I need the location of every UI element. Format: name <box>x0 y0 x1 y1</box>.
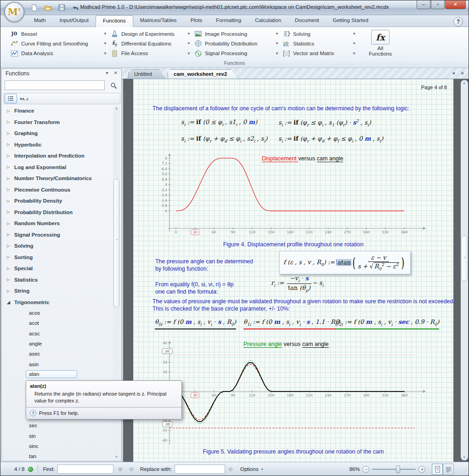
expand-icon[interactable]: ▷ <box>7 142 14 147</box>
ribbon-item-statistics[interactable]: Statistics▼ <box>282 39 359 48</box>
tab-untitled[interactable]: Untitled <box>128 69 166 79</box>
expand-icon[interactable]: ▷ <box>7 255 14 259</box>
chevron-down-icon[interactable]: ▼ <box>101 41 110 45</box>
math-region-eq4[interactable]: si := if (φr + φd + φf ≤ φi , 0 m , si) <box>278 135 383 143</box>
tab-cam-worksheet-rev2[interactable]: cam_worksheet_rev2 <box>168 69 237 79</box>
doc-scroll-up-icon[interactable]: ▲ <box>461 81 468 85</box>
doc-scroll-down-icon[interactable]: ▼ <box>461 455 468 459</box>
chevron-down-icon[interactable]: ▼ <box>272 51 282 56</box>
close-button[interactable]: × <box>445 0 466 9</box>
ribbon-tab-functions[interactable]: Functions <box>96 15 133 27</box>
expand-icon[interactable]: ▷ <box>7 131 14 136</box>
function-item-angle[interactable]: angle <box>2 339 113 349</box>
ribbon-item-file-access[interactable]: File Access▼ <box>110 49 193 58</box>
math-region-theta2[interactable]: θ2i := f (0 m , si , vi · sec , 0.9 · R0… <box>335 318 439 329</box>
maximize-button[interactable]: ▫ <box>431 0 445 9</box>
document-scrollbar[interactable]: ▲ ≡ ▼ <box>461 80 468 460</box>
sidebar-item-interpolation-and-prediction[interactable]: ▷Interpolation and Prediction <box>2 150 113 162</box>
sidebar-item-piecewise-continuous[interactable]: ▷Piecewise Continuous <box>2 184 113 196</box>
find-input[interactable] <box>57 465 113 474</box>
ribbon-item-bessel[interactable]: J0Bessel▼ <box>10 29 110 39</box>
chevron-down-icon[interactable]: ▼ <box>350 41 359 45</box>
function-item-asin[interactable]: asin <box>2 359 113 369</box>
resize-grip[interactable]: ∙ ∙∙ ∙ ∙ <box>458 467 467 471</box>
math-region-theta0[interactable]: θ0i := f (0 m , si , vi · s , R0) <box>155 318 236 329</box>
replace-icon[interactable] <box>227 465 235 473</box>
ribbon-tab-calculation[interactable]: Calculation <box>248 15 288 27</box>
sidebar-item-probability-density[interactable]: ▷Probability Density <box>2 195 113 207</box>
scroll-up-icon[interactable]: ▲ <box>113 106 120 110</box>
function-item-sin[interactable]: sin <box>2 431 113 441</box>
panel-scrollbar-thumb[interactable]: ≡ <box>113 179 119 307</box>
chevron-down-icon[interactable]: ▼ <box>272 41 282 45</box>
ribbon-item-curve-fitting-and-smoothing[interactable]: Curve Fitting and Smoothing▼ <box>10 39 110 48</box>
zoom-in-button[interactable]: + <box>418 466 425 473</box>
panel-chevron-down-icon[interactable]: ▾ <box>106 70 108 75</box>
ribbon-item-data-analysis[interactable]: Data Analysis▼ <box>10 49 110 58</box>
ribbon-item-differential-equations[interactable]: ẍẏDifferential Equations▼ <box>110 39 193 48</box>
zoom-slider-thumb[interactable] <box>396 465 400 473</box>
ribbon-tab-formatting[interactable]: Formatting <box>209 15 248 27</box>
sidebar-item-probability-distribution[interactable]: ▷Probability Distribution <box>2 207 113 218</box>
all-functions-button[interactable]: fxAllFunctions <box>365 29 396 60</box>
expand-icon[interactable]: ▷ <box>7 278 14 282</box>
draft-view-button[interactable] <box>443 464 454 475</box>
chevron-down-icon[interactable]: ▼ <box>350 51 359 56</box>
expand-icon[interactable]: ▷ <box>7 109 14 113</box>
function-item-sinc[interactable]: sinc <box>2 441 113 451</box>
displacement-chart[interactable]: 030609012015018021024027030033036000.81.… <box>154 153 439 244</box>
expand-icon[interactable]: ▷ <box>7 165 14 169</box>
chevron-down-icon[interactable]: ▼ <box>350 32 359 36</box>
sidebar-item-solving[interactable]: ▷Solving <box>2 240 113 252</box>
title-bar[interactable]: Mathcad Prime 1.0 - D:\Users\mawalker\ww… <box>0 0 469 15</box>
tabbar-chevron-down-icon[interactable]: ▾ <box>453 71 455 76</box>
find-previous-icon[interactable] <box>116 465 124 473</box>
category-view-button[interactable] <box>5 94 17 103</box>
function-item-tan[interactable]: tan <box>2 451 113 461</box>
options-button[interactable]: Options <box>240 466 259 472</box>
expand-icon[interactable]: ▷ <box>7 232 14 237</box>
ribbon-tab-matrices-tables[interactable]: Matrices/Tables <box>133 15 184 27</box>
function-item-acsc[interactable]: acsc <box>2 329 113 339</box>
ribbon-item-solving[interactable]: Solving▼ <box>282 29 359 39</box>
expand-icon[interactable]: ▷ <box>7 176 14 181</box>
expand-icon[interactable]: ▷ <box>7 210 14 214</box>
pressure-angle-chart[interactable]: 0306090120150180210240270300330360-40-32… <box>154 340 439 459</box>
expand-icon[interactable]: ▷ <box>7 154 14 158</box>
expand-icon[interactable]: ▷ <box>7 199 14 203</box>
function-item-asec[interactable]: asec <box>2 349 113 359</box>
expand-icon[interactable]: ▷ <box>7 289 14 293</box>
search-icon[interactable] <box>108 81 119 90</box>
ribbon-item-signal-processing[interactable]: Signal Processing▼ <box>193 49 282 58</box>
sidebar-item-sorting[interactable]: ▷Sorting <box>2 252 113 263</box>
ribbon-tab-getting-started[interactable]: Getting Started <box>326 15 375 27</box>
sidebar-item-random-numbers[interactable]: ▷Random Numbers <box>2 218 113 229</box>
page-view-button[interactable] <box>432 464 443 475</box>
sidebar-item-special[interactable]: ▷Special <box>2 263 113 274</box>
chevron-down-icon[interactable]: ▼ <box>184 32 193 36</box>
sidebar-item-graphing[interactable]: ▷Graphing <box>2 128 113 139</box>
mathcad-logo-button[interactable]: M' <box>4 2 24 22</box>
zoom-out-button[interactable]: − <box>362 466 369 473</box>
sidebar-item-fourier-transform[interactable]: ▷Fourier Transform <box>2 117 113 128</box>
chevron-down-icon[interactable]: ▼ <box>184 51 193 56</box>
ribbon-tab-plots[interactable]: Plots <box>184 15 209 27</box>
sidebar-item-finance[interactable]: ▷Finance <box>2 105 113 117</box>
sidebar-item-string[interactable]: ▷String <box>2 285 113 297</box>
pressure-angle-function-region[interactable]: f (ε , s , v , R0) := atan ( ε − v s + √… <box>279 251 411 274</box>
expand-icon[interactable]: ▷ <box>7 120 14 124</box>
sort-az-button[interactable]: ▾A..z <box>18 94 30 103</box>
sidebar-item-number-theory-combinatorics[interactable]: ▷Number Theory/Combinatorics <box>2 173 113 184</box>
ribbon-item-design-of-experiments[interactable]: Design of Experiments▼ <box>110 29 193 39</box>
ribbon-item-vector-and-matrix[interactable]: Vector and Matrix▼ <box>282 49 359 58</box>
ribbon-tab-math[interactable]: Math <box>27 15 53 27</box>
tabbar-close-icon[interactable]: ✕ <box>461 71 464 76</box>
ribbon-tab-input-output[interactable]: Input/Output <box>53 15 96 27</box>
function-item-atan[interactable]: atan <box>2 369 113 380</box>
function-item-acot[interactable]: acot <box>2 318 113 328</box>
math-region-theta1[interactable]: θ1i := f (0 m , si , vi · s , 1.1 · R0) <box>243 318 340 329</box>
panel-close-icon[interactable]: ✕ <box>114 70 118 75</box>
sidebar-item-trigonometric[interactable]: ◢Trigonometric <box>2 297 113 308</box>
r-formula-region[interactable]: ri := −vi · s tan (θp) − si <box>271 275 323 292</box>
options-chevron-icon[interactable]: ▾ <box>259 467 266 471</box>
